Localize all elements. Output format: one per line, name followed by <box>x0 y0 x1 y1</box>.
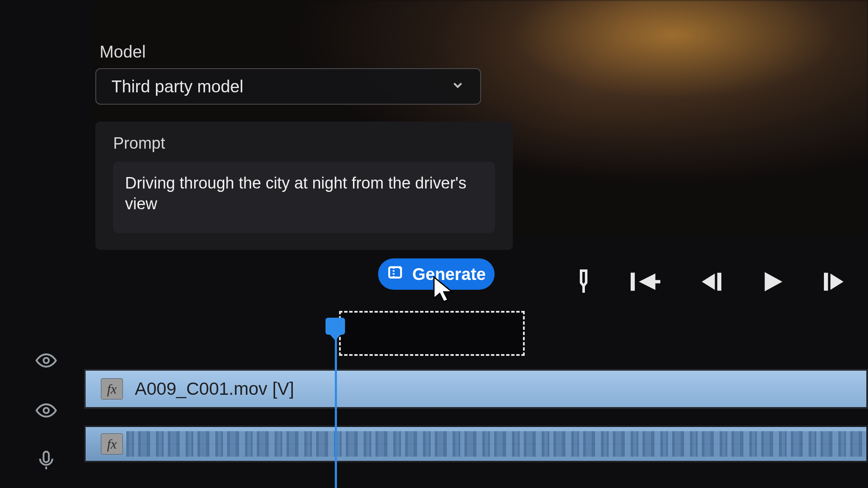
model-dropdown[interactable]: Third party model <box>95 68 481 105</box>
fx-badge[interactable]: fx <box>101 433 123 455</box>
svg-point-0 <box>44 358 49 363</box>
svg-point-1 <box>44 408 49 413</box>
playhead-line <box>335 318 337 488</box>
generative-ai-panel: Model Third party model Prompt Driving t… <box>95 42 517 250</box>
microphone-icon[interactable] <box>36 450 57 471</box>
eye-icon[interactable] <box>36 350 57 371</box>
mouse-cursor <box>432 275 457 307</box>
eye-icon[interactable] <box>36 400 57 421</box>
step-forward-icon[interactable] <box>822 271 847 292</box>
insert-placeholder[interactable] <box>339 311 525 356</box>
svg-rect-4 <box>631 273 635 291</box>
model-dropdown-value: Third party model <box>111 77 243 96</box>
go-to-in-icon[interactable] <box>631 270 660 293</box>
timeline[interactable]: fx A009_C001.mov [V] fx <box>84 311 868 488</box>
prompt-section: Prompt Driving through the city at night… <box>95 122 513 250</box>
prompt-input[interactable]: Driving through the city at night from t… <box>113 162 495 233</box>
svg-rect-7 <box>824 273 828 291</box>
svg-rect-6 <box>717 273 721 291</box>
model-label: Model <box>95 42 517 61</box>
clip-name: A009_C001.mov [V] <box>135 379 294 399</box>
video-track-clip[interactable]: fx A009_C001.mov [V] <box>84 369 868 409</box>
transport-controls <box>575 258 868 305</box>
add-marker-icon[interactable] <box>575 269 593 294</box>
play-icon[interactable] <box>761 270 784 293</box>
track-header-column <box>0 0 92 488</box>
generate-sparkle-icon <box>387 263 405 285</box>
step-back-icon[interactable] <box>698 271 723 292</box>
prompt-label: Prompt <box>113 134 495 152</box>
prompt-text: Driving through the city at night from t… <box>125 174 467 213</box>
chevron-down-icon <box>451 77 465 96</box>
audio-track-clip[interactable]: fx <box>84 425 868 463</box>
svg-rect-3 <box>389 267 401 277</box>
svg-rect-2 <box>44 452 49 462</box>
svg-rect-5 <box>654 280 660 283</box>
fx-badge[interactable]: fx <box>101 378 123 399</box>
